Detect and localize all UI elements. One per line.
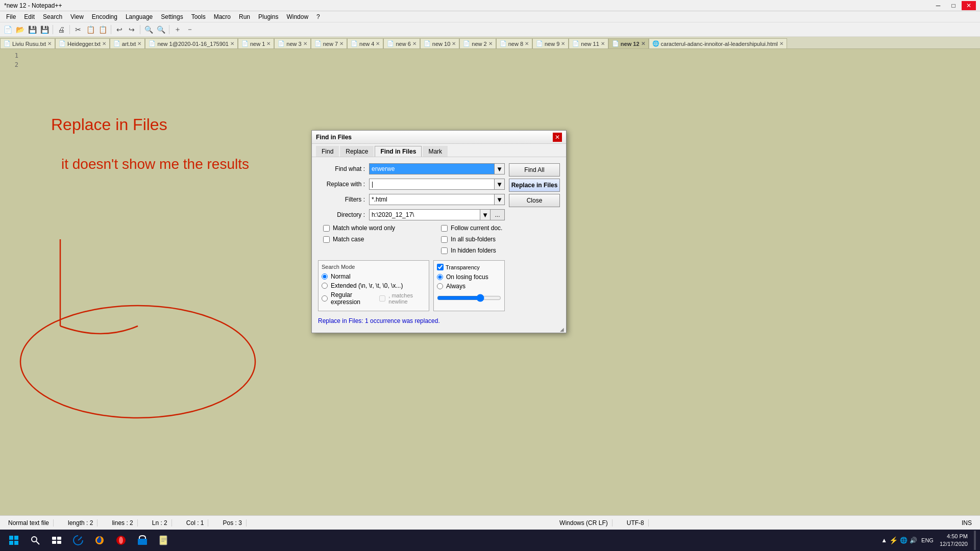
- tab-close[interactable]: ✕: [266, 41, 271, 46]
- tab-close[interactable]: ✕: [452, 41, 456, 46]
- tab-close[interactable]: ✕: [102, 41, 106, 46]
- copy-button[interactable]: 📋: [85, 24, 96, 35]
- open-button[interactable]: 📂: [14, 24, 26, 35]
- cut-button[interactable]: ✂: [72, 24, 84, 35]
- tab-new2[interactable]: 📄 new 2 ✕: [459, 38, 496, 48]
- match-case-label[interactable]: Match case: [333, 236, 364, 243]
- dtab-find-in-files[interactable]: Find in Files: [375, 146, 422, 157]
- tab-close[interactable]: ✕: [561, 41, 565, 46]
- filters-dropdown[interactable]: ▼: [495, 194, 505, 205]
- tab-new9[interactable]: 📄 new 9 ✕: [532, 38, 569, 48]
- replace-in-files-button[interactable]: Replace in Files: [509, 179, 560, 192]
- tab-new1[interactable]: 📄 new 1 ✕: [238, 38, 274, 48]
- menu-settings[interactable]: Settings: [157, 12, 187, 21]
- print-button[interactable]: 🖨: [56, 24, 67, 35]
- zoom-in-button[interactable]: ＋: [172, 24, 183, 35]
- minimize-button[interactable]: ─: [931, 1, 945, 10]
- store-button[interactable]: [133, 531, 152, 550]
- transparency-checkbox[interactable]: [437, 264, 444, 270]
- directory-input[interactable]: [369, 209, 480, 220]
- tab-close[interactable]: ✕: [47, 41, 52, 46]
- paste-button[interactable]: 📋: [97, 24, 108, 35]
- subfolders-checkbox[interactable]: [441, 236, 448, 243]
- extended-radio[interactable]: [322, 283, 328, 289]
- always-radio[interactable]: [437, 283, 443, 289]
- tab-new11[interactable]: 📄 new 11 ✕: [569, 38, 608, 48]
- menu-tools[interactable]: Tools: [187, 12, 210, 21]
- replace-with-input[interactable]: [369, 179, 495, 190]
- transparency-slider[interactable]: [437, 294, 501, 302]
- menu-search[interactable]: Search: [39, 12, 66, 21]
- replace-button[interactable]: 🔍: [155, 24, 166, 35]
- clock[interactable]: 4:50 PM 12/17/2020: [940, 533, 968, 548]
- normal-label[interactable]: Normal: [331, 273, 351, 280]
- tab-close[interactable]: ✕: [601, 41, 605, 46]
- find-what-input[interactable]: [369, 163, 495, 174]
- match-case-checkbox[interactable]: [323, 236, 330, 243]
- hidden-folders-label[interactable]: In hidden folders: [451, 247, 496, 254]
- opera-button[interactable]: [111, 531, 131, 550]
- menu-help[interactable]: ?: [312, 12, 324, 21]
- directory-select-btn[interactable]: ▼: [480, 209, 491, 220]
- dtab-find[interactable]: Find: [316, 146, 339, 157]
- menu-run[interactable]: Run: [235, 12, 254, 21]
- resize-handle[interactable]: ◢: [560, 327, 565, 332]
- notepad-taskbar-button[interactable]: [154, 531, 174, 550]
- transparency-label[interactable]: Transparency: [446, 264, 480, 270]
- undo-button[interactable]: ↩: [114, 24, 125, 35]
- tab-close[interactable]: ✕: [339, 41, 344, 46]
- tab-heidegger[interactable]: 📄 Heidegger.txt ✕: [55, 38, 110, 48]
- replace-with-dropdown[interactable]: ▼: [495, 179, 505, 190]
- on-losing-focus-label[interactable]: On losing focus: [446, 273, 488, 281]
- tab-close[interactable]: ✕: [376, 41, 380, 46]
- on-losing-focus-radio[interactable]: [437, 274, 443, 280]
- tab-caracterul[interactable]: 🌐 caracterul-adanc-innoitor-al-leadershi…: [649, 38, 787, 48]
- search-taskbar-button[interactable]: [26, 531, 45, 550]
- firefox-button[interactable]: [90, 531, 109, 550]
- zoom-out-button[interactable]: －: [184, 24, 195, 35]
- tab-new1-2020[interactable]: 📄 new 1@2020-01-16_175901 ✕: [145, 38, 238, 48]
- tab-close[interactable]: ✕: [641, 41, 645, 46]
- match-whole-word-checkbox[interactable]: [323, 225, 330, 232]
- subfolders-label[interactable]: In all sub-folders: [451, 236, 496, 243]
- task-view-button[interactable]: [47, 531, 66, 550]
- redo-button[interactable]: ↪: [126, 24, 137, 35]
- tab-new4[interactable]: 📄 new 4 ✕: [347, 38, 383, 48]
- filters-input[interactable]: [369, 194, 495, 205]
- find-all-button[interactable]: Find All: [509, 163, 560, 177]
- tab-close[interactable]: ✕: [137, 41, 141, 46]
- dialog-close-button[interactable]: ✕: [553, 133, 562, 142]
- find-button[interactable]: 🔍: [143, 24, 154, 35]
- dtab-replace[interactable]: Replace: [340, 146, 374, 157]
- regex-radio[interactable]: [322, 295, 328, 302]
- find-what-dropdown[interactable]: ▼: [495, 163, 505, 174]
- tray-up-icon[interactable]: ▲: [881, 537, 887, 544]
- tab-liviu-rusu[interactable]: 📄 Liviu Rusu.txt ✕: [0, 38, 55, 48]
- hidden-folders-checkbox[interactable]: [441, 247, 448, 254]
- tab-new8[interactable]: 📄 new 8 ✕: [496, 38, 532, 48]
- follow-current-checkbox[interactable]: [441, 225, 448, 232]
- tab-close[interactable]: ✕: [488, 41, 493, 46]
- close-dialog-button[interactable]: Close: [509, 194, 560, 207]
- tab-close[interactable]: ✕: [525, 41, 529, 46]
- tab-close[interactable]: ✕: [412, 41, 416, 46]
- match-whole-word-label[interactable]: Match whole word only: [333, 224, 395, 232]
- regex-label[interactable]: Regular expression: [331, 291, 374, 306]
- start-button[interactable]: [4, 531, 23, 550]
- menu-edit[interactable]: Edit: [20, 12, 39, 21]
- save-button[interactable]: 💾: [27, 24, 38, 35]
- menu-language[interactable]: Language: [121, 12, 157, 21]
- tab-close[interactable]: ✕: [779, 41, 783, 46]
- menu-macro[interactable]: Macro: [210, 12, 235, 21]
- edge-button[interactable]: [68, 531, 88, 550]
- matches-newline-checkbox[interactable]: [379, 295, 385, 302]
- tab-close[interactable]: ✕: [230, 41, 234, 46]
- always-label[interactable]: Always: [446, 283, 465, 290]
- tab-new10[interactable]: 📄 new 10 ✕: [420, 38, 459, 48]
- new-button[interactable]: 📄: [2, 24, 13, 35]
- tab-new12[interactable]: 📄 new 12 ✕: [608, 38, 649, 48]
- menu-window[interactable]: Window: [282, 12, 312, 21]
- close-button[interactable]: ✕: [962, 1, 976, 10]
- menu-plugins[interactable]: Plugins: [254, 12, 282, 21]
- menu-encoding[interactable]: Encoding: [88, 12, 121, 21]
